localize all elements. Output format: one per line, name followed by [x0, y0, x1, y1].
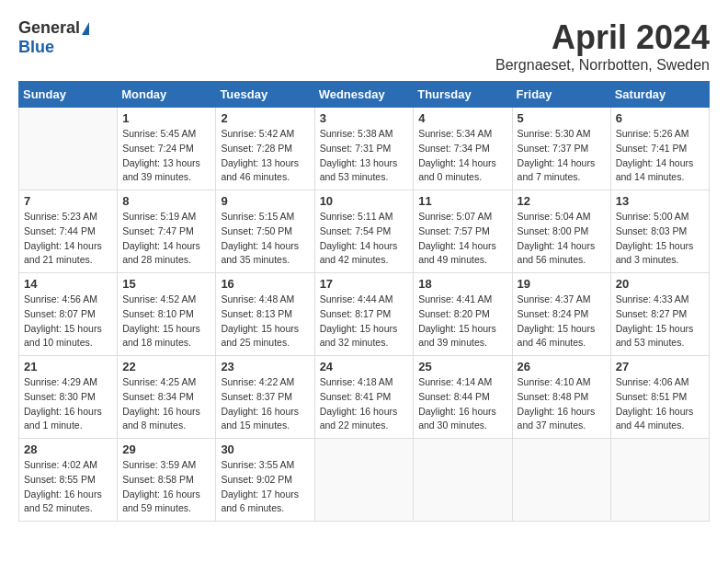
day-info-line: and 35 minutes.: [221, 254, 290, 265]
day-info-line: Sunset: 8:34 PM: [122, 391, 194, 402]
day-info-line: Sunrise: 3:59 AM: [122, 459, 196, 470]
day-number: 28: [24, 442, 112, 456]
calendar-cell: 3Sunrise: 5:38 AMSunset: 7:31 PMDaylight…: [314, 108, 414, 190]
day-info-line: and 32 minutes.: [320, 337, 389, 348]
day-info-line: Sunrise: 4:06 AM: [616, 376, 689, 387]
day-info-line: Sunrise: 4:18 AM: [320, 376, 393, 387]
day-info-line: and 14 minutes.: [616, 171, 685, 182]
day-info-line: and 30 minutes.: [418, 419, 487, 431]
day-number: 8: [122, 194, 210, 208]
day-info-line: Daylight: 14 hours: [122, 240, 200, 251]
day-number: 21: [24, 360, 112, 373]
weekday-header-sunday: Sunday: [19, 82, 118, 108]
day-info: Sunrise: 4:29 AMSunset: 8:30 PMDaylight:…: [24, 375, 112, 433]
day-info-line: and 15 minutes.: [221, 419, 290, 431]
day-info-line: and 39 minutes.: [418, 337, 487, 348]
day-info: Sunrise: 4:22 AMSunset: 8:37 PMDaylight:…: [221, 375, 309, 433]
day-number: 10: [320, 194, 409, 208]
day-info-line: and 39 minutes.: [122, 171, 191, 182]
calendar-cell: 15Sunrise: 4:52 AMSunset: 8:10 PMDayligh…: [118, 273, 216, 356]
calendar-cell: 28Sunrise: 4:02 AMSunset: 8:55 PMDayligh…: [19, 439, 118, 522]
day-info-line: and 6 minutes.: [221, 502, 284, 513]
week-row-5: 28Sunrise: 4:02 AMSunset: 8:55 PMDayligh…: [19, 439, 710, 522]
day-info: Sunrise: 5:19 AMSunset: 7:47 PMDaylight:…: [122, 210, 210, 268]
day-info-line: Sunrise: 4:37 AM: [518, 293, 591, 304]
day-info-line: Daylight: 14 hours: [24, 240, 102, 251]
day-number: 29: [122, 442, 210, 456]
calendar-cell: [19, 108, 118, 190]
day-info-line: Daylight: 14 hours: [518, 240, 596, 251]
day-info-line: Daylight: 16 hours: [418, 406, 496, 417]
day-info-line: Daylight: 16 hours: [221, 406, 299, 417]
weekday-header-tuesday: Tuesday: [216, 82, 314, 108]
day-info-line: Sunrise: 5:23 AM: [24, 211, 97, 222]
calendar-cell: 24Sunrise: 4:18 AMSunset: 8:41 PMDayligh…: [314, 356, 414, 439]
day-number: 2: [221, 111, 309, 125]
day-info-line: and 56 minutes.: [518, 254, 586, 265]
day-info-line: Daylight: 16 hours: [24, 406, 102, 417]
day-info-line: Sunset: 8:48 PM: [518, 391, 589, 402]
day-number: 9: [221, 194, 309, 208]
day-info-line: Daylight: 15 hours: [616, 240, 694, 251]
day-info-line: Sunrise: 4:33 AM: [616, 293, 689, 304]
day-info-line: Sunrise: 5:00 AM: [616, 211, 689, 222]
calendar-cell: 14Sunrise: 4:56 AMSunset: 8:07 PMDayligh…: [19, 273, 118, 356]
calendar-cell: 5Sunrise: 5:30 AMSunset: 7:37 PMDaylight…: [512, 108, 610, 190]
logo-triangle-icon: [82, 22, 89, 35]
calendar-cell: 2Sunrise: 5:42 AMSunset: 7:28 PMDaylight…: [216, 108, 314, 190]
day-info-line: Sunset: 8:10 PM: [122, 308, 194, 319]
day-number: 6: [616, 111, 704, 125]
location-title: Bergnaeset, Norrbotten, Sweden: [495, 57, 710, 74]
day-info-line: Daylight: 16 hours: [518, 406, 596, 417]
day-info-line: and 49 minutes.: [418, 254, 487, 265]
week-row-3: 14Sunrise: 4:56 AMSunset: 8:07 PMDayligh…: [19, 273, 710, 356]
day-info-line: Sunset: 8:30 PM: [24, 391, 96, 402]
day-number: 13: [616, 194, 704, 208]
day-info: Sunrise: 5:00 AMSunset: 8:03 PMDaylight:…: [616, 210, 704, 268]
day-info: Sunrise: 5:34 AMSunset: 7:34 PMDaylight:…: [418, 127, 506, 185]
day-info: Sunrise: 5:15 AMSunset: 7:50 PMDaylight:…: [221, 210, 309, 268]
calendar-cell: 17Sunrise: 4:44 AMSunset: 8:17 PMDayligh…: [314, 273, 414, 356]
day-info-line: Sunrise: 5:26 AM: [616, 128, 689, 139]
calendar-cell: 26Sunrise: 4:10 AMSunset: 8:48 PMDayligh…: [512, 356, 610, 439]
day-number: 17: [320, 277, 409, 291]
calendar-cell: 11Sunrise: 5:07 AMSunset: 7:57 PMDayligh…: [414, 190, 512, 273]
day-info-line: Sunrise: 5:38 AM: [320, 128, 393, 139]
day-info: Sunrise: 4:18 AMSunset: 8:41 PMDaylight:…: [320, 375, 409, 433]
day-info-line: and 7 minutes.: [518, 171, 581, 182]
logo-general-text: General: [18, 18, 80, 38]
day-number: 14: [24, 277, 112, 291]
weekday-header-thursday: Thursday: [414, 82, 512, 108]
day-info-line: Sunset: 7:57 PM: [418, 225, 490, 236]
day-info: Sunrise: 5:45 AMSunset: 7:24 PMDaylight:…: [122, 127, 210, 185]
day-info-line: Sunset: 7:28 PM: [221, 143, 292, 154]
calendar-cell: 25Sunrise: 4:14 AMSunset: 8:44 PMDayligh…: [414, 356, 512, 439]
day-info-line: Sunrise: 5:07 AM: [418, 211, 492, 222]
day-info-line: Sunrise: 4:52 AM: [122, 293, 196, 304]
day-number: 7: [24, 194, 112, 208]
day-info: Sunrise: 4:06 AMSunset: 8:51 PMDaylight:…: [616, 375, 704, 433]
day-info: Sunrise: 3:55 AMSunset: 9:02 PMDaylight:…: [221, 458, 309, 516]
day-info-line: Sunrise: 4:44 AM: [320, 293, 393, 304]
day-info: Sunrise: 4:37 AMSunset: 8:24 PMDaylight:…: [518, 293, 606, 350]
day-info-line: Sunrise: 4:56 AM: [24, 293, 97, 304]
day-info-line: Sunset: 7:44 PM: [24, 225, 96, 236]
day-info: Sunrise: 4:33 AMSunset: 8:27 PMDaylight:…: [616, 293, 704, 350]
day-number: 5: [518, 111, 606, 125]
day-info-line: Sunset: 8:00 PM: [518, 225, 589, 236]
day-info-line: Daylight: 16 hours: [320, 406, 398, 417]
day-number: 20: [616, 277, 704, 291]
day-info: Sunrise: 5:07 AMSunset: 7:57 PMDaylight:…: [418, 210, 506, 268]
calendar-cell: 21Sunrise: 4:29 AMSunset: 8:30 PMDayligh…: [19, 356, 118, 439]
weekday-header-saturday: Saturday: [610, 82, 709, 108]
title-area: April 2024 Bergnaeset, Norrbotten, Swede…: [495, 18, 710, 74]
day-info-line: Sunset: 7:54 PM: [320, 225, 392, 236]
day-info-line: Sunrise: 5:11 AM: [320, 211, 393, 222]
day-info-line: Sunset: 7:50 PM: [221, 225, 292, 236]
calendar-cell: [610, 439, 709, 522]
day-info: Sunrise: 4:14 AMSunset: 8:44 PMDaylight:…: [418, 375, 506, 433]
day-info-line: Sunset: 8:58 PM: [122, 474, 194, 485]
calendar-cell: 30Sunrise: 3:55 AMSunset: 9:02 PMDayligh…: [216, 439, 314, 522]
day-info-line: and 46 minutes.: [221, 171, 290, 182]
day-info-line: Sunrise: 4:29 AM: [24, 376, 97, 387]
